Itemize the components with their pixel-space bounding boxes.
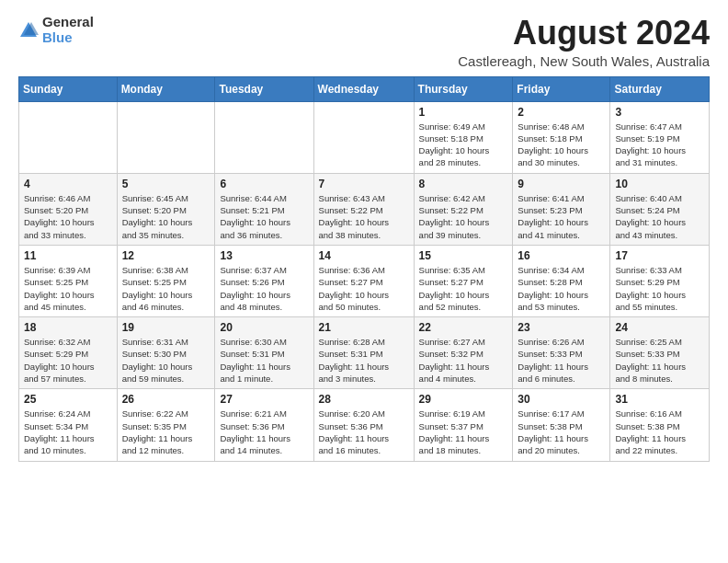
calendar-cell: 8Sunrise: 6:42 AM Sunset: 5:22 PM Daylig…	[414, 173, 513, 245]
week-row-3: 11Sunrise: 6:39 AM Sunset: 5:25 PM Dayli…	[19, 245, 710, 316]
day-info: Sunrise: 6:38 AM Sunset: 5:25 PM Dayligh…	[122, 264, 210, 313]
calendar-cell: 25Sunrise: 6:24 AM Sunset: 5:34 PM Dayli…	[19, 389, 118, 461]
day-info: Sunrise: 6:33 AM Sunset: 5:29 PM Dayligh…	[615, 264, 704, 313]
day-info: Sunrise: 6:26 AM Sunset: 5:33 PM Dayligh…	[518, 336, 605, 385]
week-row-5: 25Sunrise: 6:24 AM Sunset: 5:34 PM Dayli…	[19, 389, 710, 461]
day-number: 2	[518, 106, 605, 119]
day-number: 7	[319, 178, 409, 190]
day-info: Sunrise: 6:31 AM Sunset: 5:30 PM Dayligh…	[122, 336, 210, 385]
day-info: Sunrise: 6:35 AM Sunset: 5:27 PM Dayligh…	[419, 264, 508, 313]
calendar-cell: 12Sunrise: 6:38 AM Sunset: 5:25 PM Dayli…	[117, 245, 215, 316]
day-info: Sunrise: 6:24 AM Sunset: 5:34 PM Dayligh…	[24, 408, 112, 456]
day-info: Sunrise: 6:42 AM Sunset: 5:22 PM Dayligh…	[419, 192, 508, 241]
calendar-cell: 7Sunrise: 6:43 AM Sunset: 5:22 PM Daylig…	[313, 173, 414, 245]
logo: General Blue	[18, 15, 94, 45]
calendar-cell: 18Sunrise: 6:32 AM Sunset: 5:29 PM Dayli…	[19, 317, 118, 389]
day-number: 12	[122, 249, 210, 262]
header-friday: Friday	[513, 76, 610, 101]
day-number: 3	[615, 106, 704, 119]
day-number: 27	[220, 393, 308, 406]
day-info: Sunrise: 6:39 AM Sunset: 5:25 PM Dayligh…	[24, 264, 112, 313]
calendar-cell: 27Sunrise: 6:21 AM Sunset: 5:36 PM Dayli…	[215, 389, 313, 461]
page-header: General Blue August 2024 Castlereagh, Ne…	[18, 15, 710, 69]
title-area: August 2024 Castlereagh, New South Wales…	[458, 15, 710, 69]
day-info: Sunrise: 6:21 AM Sunset: 5:36 PM Dayligh…	[220, 408, 308, 456]
calendar-cell: 5Sunrise: 6:45 AM Sunset: 5:20 PM Daylig…	[117, 173, 215, 245]
day-number: 6	[220, 178, 308, 190]
day-number: 13	[220, 249, 308, 262]
day-info: Sunrise: 6:40 AM Sunset: 5:24 PM Dayligh…	[615, 192, 704, 241]
day-info: Sunrise: 6:49 AM Sunset: 5:18 PM Dayligh…	[419, 121, 508, 169]
day-number: 26	[122, 393, 210, 406]
week-row-4: 18Sunrise: 6:32 AM Sunset: 5:29 PM Dayli…	[19, 317, 710, 389]
calendar-cell: 26Sunrise: 6:22 AM Sunset: 5:35 PM Dayli…	[117, 389, 215, 461]
day-number: 30	[518, 393, 605, 406]
calendar-cell: 15Sunrise: 6:35 AM Sunset: 5:27 PM Dayli…	[414, 245, 513, 316]
day-info: Sunrise: 6:41 AM Sunset: 5:23 PM Dayligh…	[518, 192, 605, 241]
header-wednesday: Wednesday	[313, 76, 414, 101]
header-monday: Monday	[117, 76, 215, 101]
week-row-1: 1Sunrise: 6:49 AM Sunset: 5:18 PM Daylig…	[19, 101, 710, 173]
calendar-cell: 20Sunrise: 6:30 AM Sunset: 5:31 PM Dayli…	[215, 317, 313, 389]
calendar-cell: 28Sunrise: 6:20 AM Sunset: 5:36 PM Dayli…	[313, 389, 414, 461]
day-number: 28	[319, 393, 409, 406]
calendar-cell: 24Sunrise: 6:25 AM Sunset: 5:33 PM Dayli…	[610, 317, 710, 389]
calendar-cell: 16Sunrise: 6:34 AM Sunset: 5:28 PM Dayli…	[513, 245, 610, 316]
day-number: 19	[122, 321, 210, 334]
calendar-body: 1Sunrise: 6:49 AM Sunset: 5:18 PM Daylig…	[19, 101, 710, 461]
day-number: 17	[615, 249, 704, 262]
day-number: 23	[518, 321, 605, 334]
calendar-cell: 3Sunrise: 6:47 AM Sunset: 5:19 PM Daylig…	[610, 101, 710, 173]
logo-general: General	[42, 15, 94, 30]
day-info: Sunrise: 6:27 AM Sunset: 5:32 PM Dayligh…	[419, 336, 508, 385]
day-info: Sunrise: 6:37 AM Sunset: 5:26 PM Dayligh…	[220, 264, 308, 313]
calendar-cell: 14Sunrise: 6:36 AM Sunset: 5:27 PM Dayli…	[313, 245, 414, 316]
calendar-cell: 13Sunrise: 6:37 AM Sunset: 5:26 PM Dayli…	[215, 245, 313, 316]
day-info: Sunrise: 6:44 AM Sunset: 5:21 PM Dayligh…	[220, 192, 308, 241]
month-title: August 2024	[458, 15, 710, 52]
day-number: 5	[122, 178, 210, 190]
day-info: Sunrise: 6:30 AM Sunset: 5:31 PM Dayligh…	[220, 336, 308, 385]
day-info: Sunrise: 6:48 AM Sunset: 5:18 PM Dayligh…	[518, 121, 605, 169]
day-number: 16	[518, 249, 605, 262]
calendar-cell: 4Sunrise: 6:46 AM Sunset: 5:20 PM Daylig…	[19, 173, 118, 245]
day-number: 14	[319, 249, 409, 262]
day-info: Sunrise: 6:16 AM Sunset: 5:38 PM Dayligh…	[615, 408, 704, 456]
calendar-cell: 19Sunrise: 6:31 AM Sunset: 5:30 PM Dayli…	[117, 317, 215, 389]
day-number: 10	[615, 178, 704, 190]
day-info: Sunrise: 6:43 AM Sunset: 5:22 PM Dayligh…	[319, 192, 409, 241]
logo-blue: Blue	[42, 30, 94, 46]
day-info: Sunrise: 6:46 AM Sunset: 5:20 PM Dayligh…	[24, 192, 112, 241]
calendar-cell: 17Sunrise: 6:33 AM Sunset: 5:29 PM Dayli…	[610, 245, 710, 316]
calendar-cell	[313, 101, 414, 173]
calendar-cell: 23Sunrise: 6:26 AM Sunset: 5:33 PM Dayli…	[513, 317, 610, 389]
calendar-table: SundayMondayTuesdayWednesdayThursdayFrid…	[18, 76, 710, 462]
location-title: Castlereagh, New South Wales, Australia	[458, 53, 710, 69]
day-info: Sunrise: 6:17 AM Sunset: 5:38 PM Dayligh…	[518, 408, 605, 456]
day-number: 1	[419, 106, 508, 119]
header-thursday: Thursday	[414, 76, 513, 101]
calendar-cell: 6Sunrise: 6:44 AM Sunset: 5:21 PM Daylig…	[215, 173, 313, 245]
day-number: 11	[24, 249, 112, 262]
day-info: Sunrise: 6:32 AM Sunset: 5:29 PM Dayligh…	[24, 336, 112, 385]
day-info: Sunrise: 6:22 AM Sunset: 5:35 PM Dayligh…	[122, 408, 210, 456]
calendar-cell: 2Sunrise: 6:48 AM Sunset: 5:18 PM Daylig…	[513, 101, 610, 173]
calendar-cell: 31Sunrise: 6:16 AM Sunset: 5:38 PM Dayli…	[610, 389, 710, 461]
day-number: 25	[24, 393, 112, 406]
logo-icon	[18, 20, 39, 40]
calendar-cell: 30Sunrise: 6:17 AM Sunset: 5:38 PM Dayli…	[513, 389, 610, 461]
day-info: Sunrise: 6:19 AM Sunset: 5:37 PM Dayligh…	[419, 408, 508, 456]
day-info: Sunrise: 6:28 AM Sunset: 5:31 PM Dayligh…	[319, 336, 409, 385]
calendar-cell: 1Sunrise: 6:49 AM Sunset: 5:18 PM Daylig…	[414, 101, 513, 173]
day-number: 24	[615, 321, 704, 334]
day-info: Sunrise: 6:47 AM Sunset: 5:19 PM Dayligh…	[615, 121, 704, 169]
calendar-cell: 10Sunrise: 6:40 AM Sunset: 5:24 PM Dayli…	[610, 173, 710, 245]
day-info: Sunrise: 6:45 AM Sunset: 5:20 PM Dayligh…	[122, 192, 210, 241]
day-number: 29	[419, 393, 508, 406]
day-info: Sunrise: 6:34 AM Sunset: 5:28 PM Dayligh…	[518, 264, 605, 313]
day-number: 18	[24, 321, 112, 334]
day-number: 31	[615, 393, 704, 406]
day-number: 22	[419, 321, 508, 334]
week-row-2: 4Sunrise: 6:46 AM Sunset: 5:20 PM Daylig…	[19, 173, 710, 245]
day-number: 20	[220, 321, 308, 334]
